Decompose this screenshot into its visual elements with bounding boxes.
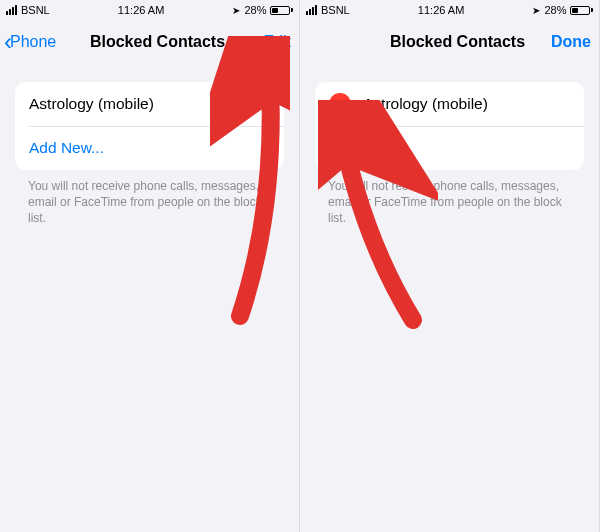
battery-icon (270, 6, 293, 15)
page-title: Blocked Contacts (374, 33, 541, 51)
blocked-contact-row[interactable]: Astrology (mobile) (15, 82, 284, 126)
footer-note: You will not receive phone calls, messag… (28, 178, 271, 227)
edit-label: Edit (263, 33, 291, 50)
screen-right: BSNL 11:26 AM ➤ 28% Blocked Contacts Don… (300, 0, 600, 532)
nav-bar: ‹ Phone Blocked Contacts Edit (0, 20, 299, 64)
add-new-row[interactable]: Add New... (15, 126, 284, 170)
status-time: 11:26 AM (118, 4, 164, 16)
content-area: Astrology (mobile) Add New... You will n… (0, 64, 299, 227)
edit-button[interactable]: Edit (241, 33, 291, 51)
status-bar: BSNL 11:26 AM ➤ 28% (0, 0, 299, 20)
location-arrow-icon: ➤ (232, 5, 240, 16)
contact-name: Astrology (mobile) (363, 95, 488, 113)
remove-minus-icon[interactable] (329, 93, 351, 115)
add-new-row[interactable]: Add New... (315, 126, 584, 170)
blocked-list: Astrology (mobile) Add New... (15, 82, 284, 170)
page-title: Blocked Contacts (74, 33, 241, 51)
carrier-label: BSNL (321, 4, 350, 16)
location-arrow-icon: ➤ (532, 5, 540, 16)
add-new-label: Add New... (329, 139, 404, 157)
battery-icon (570, 6, 593, 15)
status-time: 11:26 AM (418, 4, 464, 16)
nav-bar: Blocked Contacts Done (300, 20, 599, 64)
blocked-list: Astrology (mobile) Add New... (315, 82, 584, 170)
footer-note: You will not receive phone calls, messag… (328, 178, 571, 227)
back-button[interactable]: ‹ Phone (4, 30, 74, 54)
status-bar: BSNL 11:26 AM ➤ 28% (300, 0, 599, 20)
back-label: Phone (10, 33, 56, 51)
cell-signal-icon (306, 5, 317, 15)
battery-percentage: 28% (244, 4, 266, 16)
cell-signal-icon (6, 5, 17, 15)
add-new-label: Add New... (29, 139, 104, 157)
screen-left: BSNL 11:26 AM ➤ 28% ‹ Phone Blocked Cont… (0, 0, 300, 532)
battery-percentage: 28% (544, 4, 566, 16)
content-area: Astrology (mobile) Add New... You will n… (300, 64, 599, 227)
contact-name: Astrology (mobile) (29, 95, 154, 113)
done-label: Done (551, 33, 591, 50)
done-button[interactable]: Done (541, 33, 591, 51)
carrier-label: BSNL (21, 4, 50, 16)
blocked-contact-row[interactable]: Astrology (mobile) (315, 82, 584, 126)
